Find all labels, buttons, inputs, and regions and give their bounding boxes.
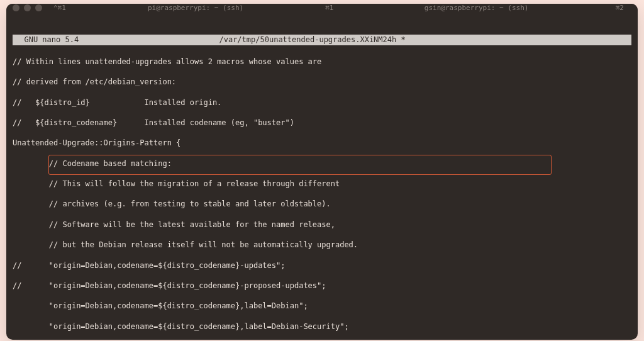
minimize-icon[interactable] (24, 4, 31, 11)
tab-title: pi@raspberrypi: ~ (ssh) (70, 4, 321, 12)
tab-shortcut-left: ⌃⌘1 (51, 4, 66, 12)
editor-line: // "origin=Debian,codename=${distro_code… (13, 260, 631, 271)
tab-title: gsin@raspberrypi: ~ (ssh) (341, 4, 612, 12)
editor-line: // Within lines unattended-upgrades allo… (13, 57, 631, 67)
tab-shortcut-right: ⌘2 (616, 4, 631, 12)
tab-2[interactable]: gsin@raspberrypi: ~ (ssh) ⌘2 (341, 4, 632, 12)
tab-bar: ⌃⌘1 pi@raspberrypi: ~ (ssh) ⌘1 gsin@rasp… (51, 4, 631, 12)
editor-line: "origin=Debian,codename=${distro_codenam… (13, 321, 631, 332)
editor-line: // Software will be the latest available… (13, 220, 631, 230)
close-icon[interactable] (13, 4, 19, 11)
window-titlebar: ⌃⌘1 pi@raspberrypi: ~ (ssh) ⌘1 gsin@rasp… (6, 4, 638, 12)
editor-line: // ${distro_codename} Installed codename… (13, 118, 631, 128)
editor-line: // but the Debian release itself will no… (13, 240, 631, 250)
zoom-icon[interactable] (35, 4, 42, 11)
editor-line: // derived from /etc/debian_version: (13, 77, 631, 87)
tab-shortcut-right: ⌘1 (325, 4, 341, 12)
editor-line: Unattended-Upgrade::Origins-Pattern { (13, 138, 631, 148)
terminal-window: ⌃⌘1 pi@raspberrypi: ~ (ssh) ⌘1 gsin@rasp… (6, 4, 638, 340)
nano-filename: /var/tmp/50unattended-upgrades.XXiNM24h … (84, 35, 541, 45)
editor-line: // Codename based matching: (13, 159, 631, 169)
editor-line: // archives (e.g. from testing to stable… (13, 199, 631, 209)
tab-1[interactable]: ⌃⌘1 pi@raspberrypi: ~ (ssh) ⌘1 (51, 4, 341, 12)
editor-line: // ${distro_id} Installed origin. (13, 98, 631, 108)
nano-version: GNU nano 5.4 (15, 35, 84, 45)
editor-line: "origin=Debian,codename=${distro_codenam… (13, 301, 631, 311)
nano-status-bar: GNU nano 5.4 /var/tmp/50unattended-upgra… (13, 35, 631, 45)
editor-line: // This will follow the migration of a r… (13, 179, 631, 189)
terminal-content[interactable]: GNU nano 5.4 /var/tmp/50unattended-upgra… (6, 12, 638, 340)
editor-line: // "origin=Debian,codename=${distro_code… (13, 281, 631, 291)
window-controls[interactable] (13, 4, 42, 11)
